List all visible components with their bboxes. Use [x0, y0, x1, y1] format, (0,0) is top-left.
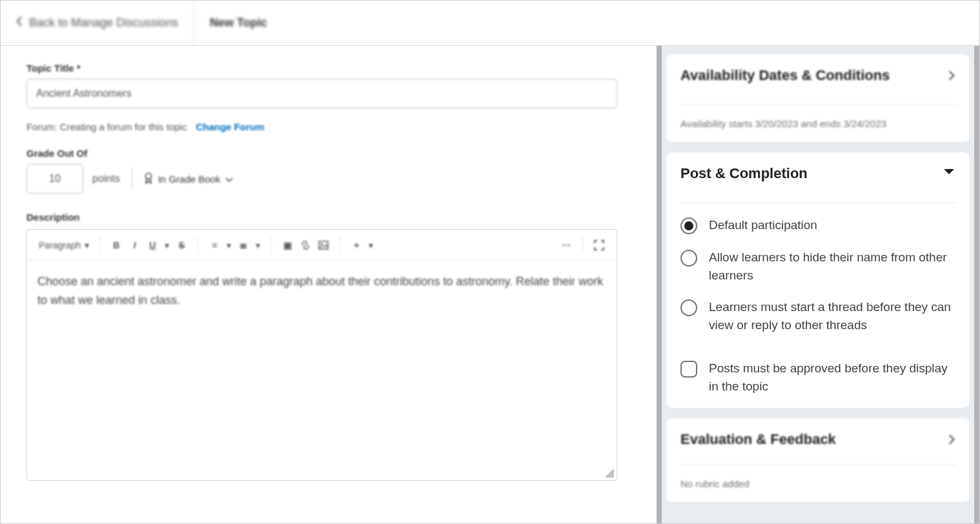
align-icon[interactable]: ≡ — [209, 239, 220, 251]
chevron-left-icon — [16, 16, 23, 30]
caret-down-icon — [943, 165, 955, 182]
toolbar-separator — [198, 237, 198, 254]
topic-title-label: Topic Title * — [26, 63, 638, 74]
paragraph-style-dropdown[interactable]: Paragraph ▾ — [39, 240, 89, 250]
plus-icon[interactable]: + — [351, 239, 362, 251]
description-label: Description — [26, 212, 638, 223]
checkbox-approve-posts[interactable]: Posts must be approved before they displ… — [680, 359, 955, 395]
scrollbar[interactable] — [657, 46, 662, 523]
radio-label: Allow learners to hide their name from o… — [709, 248, 955, 284]
content-row: Topic Title * Forum: Creating a forum fo… — [1, 46, 979, 523]
expand-right-icon — [948, 70, 955, 81]
evaluation-summary: No rubric added — [680, 478, 955, 489]
radio-icon — [680, 217, 697, 234]
rich-text-editor: Paragraph ▾ B I U ▾ S̶ ≡ — [26, 229, 617, 481]
post-completion-header[interactable]: Post & Completion — [680, 165, 955, 192]
divider — [680, 105, 955, 105]
side-column: Availability Dates & Conditions Availabi… — [657, 46, 979, 523]
evaluation-panel-header[interactable]: Evaluation & Feedback — [680, 431, 955, 458]
toolbar-separator — [271, 237, 271, 254]
back-label: Back to Manage Discussions — [29, 16, 178, 30]
topic-title-input[interactable] — [26, 79, 617, 108]
chevron-down-icon: ▾ — [85, 240, 89, 250]
post-completion-panel: Post & Completion Default participation … — [666, 152, 970, 408]
image-icon[interactable] — [318, 239, 329, 251]
evaluation-title: Evaluation & Feedback — [680, 431, 836, 448]
forum-line: Forum: Creating a forum for this topic C… — [26, 121, 638, 132]
availability-title: Availability Dates & Conditions — [680, 67, 890, 84]
insert-stuff-icon[interactable]: ▣ — [281, 239, 293, 251]
checkbox-label: Posts must be approved before they displ… — [709, 359, 955, 395]
points-label: points — [92, 173, 120, 185]
svg-point-2 — [321, 243, 323, 245]
main-column: Topic Title * Forum: Creating a forum fo… — [1, 46, 657, 523]
scrollbar[interactable] — [974, 46, 979, 523]
divider — [680, 203, 955, 203]
italic-icon[interactable]: I — [128, 239, 140, 251]
more-icon[interactable]: ⋯ — [560, 239, 572, 251]
top-bar: Back to Manage Discussions New Topic — [1, 1, 979, 46]
radio-hide-name[interactable]: Allow learners to hide their name from o… — [680, 248, 955, 284]
availability-summary: Availability starts 3/20/2023 and ends 3… — [680, 118, 955, 129]
availability-panel: Availability Dates & Conditions Availabi… — [666, 54, 970, 143]
radio-must-start-thread[interactable]: Learners must start a thread before they… — [680, 298, 955, 334]
paragraph-style-label: Paragraph — [39, 240, 81, 250]
availability-panel-header[interactable]: Availability Dates & Conditions — [680, 67, 955, 94]
divider — [680, 465, 955, 465]
link-icon[interactable] — [300, 239, 311, 251]
grade-input[interactable] — [26, 164, 83, 194]
checkbox-icon — [680, 361, 697, 378]
fullscreen-icon[interactable] — [593, 239, 605, 251]
toolbar-separator — [582, 237, 583, 254]
page-title: New Topic — [194, 1, 283, 45]
radio-default-participation[interactable]: Default participation — [680, 216, 955, 234]
gradebook-dropdown[interactable]: In Grade Book — [144, 172, 234, 186]
description-section: Description Paragraph ▾ B I U ▾ — [26, 212, 638, 481]
grade-label: Grade Out Of — [26, 148, 638, 159]
forum-info-text: Forum: Creating a forum for this topic — [26, 121, 187, 132]
chevron-down-icon — [225, 174, 233, 185]
resize-handle[interactable] — [605, 469, 614, 478]
divider — [132, 167, 132, 190]
underline-icon[interactable]: U — [147, 239, 158, 251]
svg-point-0 — [145, 173, 151, 179]
radio-icon — [680, 299, 697, 316]
editor-toolbar: Paragraph ▾ B I U ▾ S̶ ≡ — [27, 230, 617, 261]
bold-icon[interactable]: B — [110, 239, 122, 251]
grade-section: Grade Out Of points In Grade Book — [26, 148, 638, 194]
editor-body[interactable]: Choose an ancient astronomer and write a… — [27, 261, 617, 466]
gradebook-label: In Grade Book — [158, 174, 221, 185]
list-icon[interactable]: ≣ — [238, 239, 249, 251]
post-completion-title: Post & Completion — [680, 165, 808, 182]
radio-label: Default participation — [709, 216, 817, 234]
grade-row: points In Grade Book — [26, 164, 638, 194]
toolbar-separator — [99, 237, 100, 254]
chevron-down-icon[interactable]: ▾ — [165, 240, 169, 250]
chevron-down-icon[interactable]: ▾ — [369, 240, 373, 250]
expand-right-icon — [948, 434, 955, 445]
chevron-down-icon[interactable]: ▾ — [227, 240, 231, 250]
chevron-down-icon[interactable]: ▾ — [256, 240, 260, 250]
change-forum-link[interactable]: Change Forum — [196, 121, 264, 132]
ribbon-icon — [144, 172, 153, 186]
strike-icon[interactable]: S̶ — [176, 239, 187, 251]
evaluation-panel: Evaluation & Feedback No rubric added — [666, 418, 970, 503]
radio-label: Learners must start a thread before they… — [709, 298, 955, 334]
toolbar-separator — [340, 237, 340, 254]
back-button[interactable]: Back to Manage Discussions — [1, 1, 194, 45]
radio-icon — [680, 250, 697, 267]
